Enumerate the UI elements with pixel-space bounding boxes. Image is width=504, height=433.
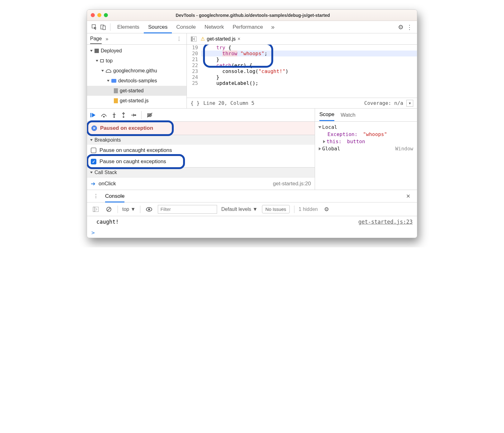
console-message-location[interactable]: get-started.js:23 — [358, 219, 413, 225]
scope-tabs: Scope Watch — [315, 109, 417, 122]
pause-caught-row[interactable]: ✓ Pause on caught exceptions — [87, 156, 315, 167]
scope-global[interactable]: GlobalWindow — [316, 145, 416, 152]
sources-main: Deployed top googlechrome.githu devtools… — [87, 45, 417, 109]
braces-icon[interactable]: { } — [191, 100, 200, 106]
console-drawer-tab[interactable]: Console — [105, 190, 124, 202]
clear-console-icon[interactable] — [104, 205, 113, 214]
window-title: DevTools - googlechrome.github.io/devtoo… — [108, 13, 398, 18]
paused-status: ✕ Paused on exception — [87, 122, 315, 135]
js-file-icon — [114, 98, 118, 103]
window-controls — [91, 13, 108, 17]
line-number[interactable]: 21 — [187, 56, 201, 62]
issues-button[interactable]: No Issues — [262, 205, 290, 213]
scope-exception[interactable]: Exception: "whoops" — [316, 131, 416, 138]
line-number[interactable]: 23 — [187, 68, 201, 74]
close-drawer-icon[interactable]: × — [404, 192, 413, 201]
navigator-more-icon[interactable]: » — [105, 36, 108, 42]
line-number[interactable]: 22 — [187, 62, 201, 68]
editor-status: { } Line 20, Column 5 Coverage: n/a ▾ — [187, 98, 417, 108]
expand-icon — [323, 140, 325, 143]
expand-icon — [319, 147, 321, 150]
tab-performance[interactable]: Performance — [228, 21, 267, 33]
cursor-position: Line 20, Column 5 — [203, 100, 254, 106]
svg-point-7 — [114, 116, 115, 118]
tab-sources[interactable]: Sources — [144, 21, 172, 33]
device-toolbar-icon[interactable] — [99, 23, 108, 32]
pause-uncaught-label: Pause on uncaught exceptions — [99, 147, 172, 153]
navigator-menu-icon[interactable]: ⋮ — [175, 35, 183, 43]
tree-folder[interactable]: devtools-samples — [87, 76, 187, 86]
coverage-label: Coverage: n/a — [364, 100, 403, 106]
code-editor: 19 try { 20 throw "whoops"; 21 } 22 catc… — [187, 45, 417, 108]
debugger-left: ✕ Paused on exception Breakpoints Pause … — [87, 109, 315, 190]
debugger-toolbar — [87, 109, 315, 122]
maximize-window-icon[interactable] — [104, 13, 108, 17]
console-sidebar-icon[interactable] — [91, 205, 100, 214]
cloud-icon — [106, 69, 111, 73]
svg-rect-2 — [103, 26, 105, 30]
svg-line-14 — [107, 208, 110, 211]
console-filter-input[interactable] — [158, 205, 217, 214]
scope-body: Local Exception: "whoops" this: button G… — [315, 122, 417, 154]
svg-rect-5 — [90, 113, 91, 117]
tree-deployed[interactable]: Deployed — [87, 46, 187, 56]
scope-tab[interactable]: Scope — [319, 111, 334, 121]
tree-top[interactable]: top — [87, 56, 187, 66]
line-number[interactable]: 19 — [187, 45, 201, 51]
more-menu-icon[interactable]: ⋮ — [405, 23, 414, 32]
pause-uncaught-row[interactable]: Pause on uncaught exceptions — [87, 145, 315, 156]
sources-subheader: Page » ⋮ ⚠ get-started.js × — [87, 33, 417, 45]
context-selector[interactable]: top ▼ — [122, 207, 136, 212]
coverage-dropdown-icon[interactable]: ▾ — [406, 100, 413, 107]
checkbox-uncaught[interactable] — [91, 148, 96, 153]
checkbox-caught[interactable]: ✓ — [91, 159, 96, 164]
settings-gear-icon[interactable]: ⚙ — [396, 23, 405, 32]
scope-local[interactable]: Local — [316, 124, 416, 131]
log-levels-selector[interactable]: Default levels ▼ — [221, 207, 258, 212]
tab-console[interactable]: Console — [172, 21, 200, 33]
resume-icon[interactable] — [90, 112, 96, 118]
folder-icon — [111, 79, 116, 83]
step-icon[interactable] — [131, 113, 136, 117]
titlebar: DevTools - googlechrome.github.io/devtoo… — [87, 10, 417, 21]
frame-icon — [100, 59, 104, 62]
cube-icon — [94, 49, 99, 53]
devtools-window: DevTools - googlechrome.github.io/devtoo… — [87, 9, 417, 238]
scope-this[interactable]: this: button — [316, 138, 416, 145]
toggle-navigator-icon[interactable] — [189, 35, 198, 43]
step-into-icon[interactable] — [112, 112, 116, 118]
callstack-header[interactable]: Call Stack — [87, 167, 315, 177]
console-settings-icon[interactable]: ⚙ — [322, 205, 331, 214]
console-drawer-tabs: ⋮ Console × — [87, 190, 417, 202]
close-window-icon[interactable] — [91, 13, 95, 17]
console-prompt[interactable]: > — [87, 227, 417, 238]
breakpoints-header[interactable]: Breakpoints — [87, 135, 315, 145]
navigator-header: Page » ⋮ — [87, 33, 187, 44]
file-tree: Deployed top googlechrome.githu devtools… — [87, 45, 187, 108]
more-tabs-icon[interactable]: » — [271, 23, 274, 31]
minimize-window-icon[interactable] — [97, 13, 101, 17]
tab-network[interactable]: Network — [200, 21, 228, 33]
console-message[interactable]: caught! get-started.js:23 — [87, 216, 417, 227]
warning-icon: ⚠ — [201, 36, 205, 42]
step-over-icon[interactable] — [101, 113, 107, 118]
close-tab-icon[interactable]: × — [237, 36, 240, 42]
page-tab[interactable]: Page — [90, 36, 102, 44]
watch-tab[interactable]: Watch — [341, 112, 356, 118]
step-out-icon[interactable] — [121, 112, 126, 118]
file-tab-get-started-js[interactable]: ⚠ get-started.js × — [198, 35, 243, 43]
tree-file-html[interactable]: get-started — [87, 86, 187, 96]
live-expression-icon[interactable] — [145, 205, 153, 214]
stack-location: get-started.js:20 — [273, 181, 311, 187]
line-number[interactable]: 25 — [187, 80, 201, 86]
inspect-element-icon[interactable] — [90, 23, 99, 32]
line-number[interactable]: 24 — [187, 74, 201, 80]
stack-frame[interactable]: ➔ onClick get-started.js:20 — [87, 177, 315, 190]
tree-file-js[interactable]: get-started.js — [87, 96, 187, 106]
tree-host[interactable]: googlechrome.githu — [87, 66, 187, 76]
tab-elements[interactable]: Elements — [113, 21, 144, 33]
deactivate-breakpoints-icon[interactable] — [147, 112, 153, 118]
drawer-menu-icon[interactable]: ⋮ — [91, 192, 100, 201]
line-number[interactable]: 20 — [187, 51, 201, 56]
code-area[interactable]: 19 try { 20 throw "whoops"; 21 } 22 catc… — [187, 45, 417, 98]
